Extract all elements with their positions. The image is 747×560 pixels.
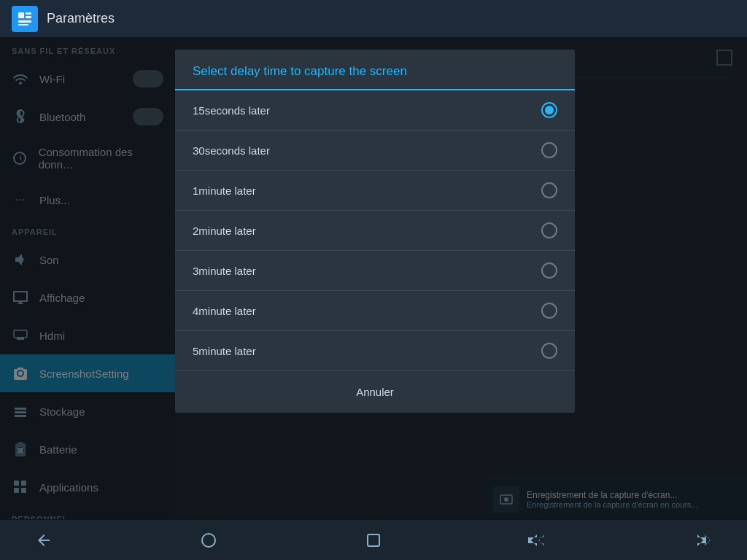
dialog-option-label-5m: 5minute later <box>193 345 541 357</box>
home-button[interactable] <box>194 526 223 555</box>
radio-2m[interactable] <box>541 222 557 238</box>
page-title: Paramètres <box>47 11 115 26</box>
back-button[interactable] <box>29 526 58 555</box>
svg-rect-0 <box>18 12 24 18</box>
radio-inner-15s <box>545 106 554 114</box>
vol-down-button[interactable] <box>524 526 553 555</box>
dialog-option-label-30s: 30seconds later <box>193 144 541 157</box>
radio-30s[interactable] <box>541 142 557 158</box>
vol-up-button[interactable] <box>689 526 718 555</box>
delay-dialog: Select delay time to capture the screen … <box>175 50 575 413</box>
svg-point-16 <box>202 534 215 547</box>
svg-rect-3 <box>18 20 31 23</box>
radio-5m[interactable] <box>541 343 557 359</box>
dialog-option-label-3m: 3minute later <box>193 265 541 277</box>
dialog-option-2m[interactable]: 2minute later <box>175 211 575 251</box>
dialog-option-label-1m: 1minute later <box>193 184 541 197</box>
dialog-title: Select delay time to capture the screen <box>175 50 575 90</box>
dialog-option-30s[interactable]: 30seconds later <box>175 131 575 171</box>
nav-bar <box>0 519 747 560</box>
svg-rect-4 <box>18 24 28 26</box>
svg-marker-18 <box>528 534 537 546</box>
svg-rect-2 <box>26 16 31 18</box>
dialog-option-5m[interactable]: 5minute later <box>175 331 575 370</box>
dialog-option-3m[interactable]: 3minute later <box>175 251 575 291</box>
radio-4m[interactable] <box>541 303 557 319</box>
dialog-option-label-15s: 15seconds later <box>193 104 541 117</box>
dialog-option-15s[interactable]: 15seconds later <box>175 90 575 131</box>
svg-marker-19 <box>538 534 544 546</box>
radio-1m[interactable] <box>541 182 557 198</box>
top-bar: Paramètres <box>0 0 747 38</box>
dialog-options: 15seconds later30seconds later1minute la… <box>175 90 575 370</box>
radio-3m[interactable] <box>541 262 557 279</box>
cancel-button[interactable]: Annuler <box>338 380 411 404</box>
recents-button[interactable] <box>359 526 388 555</box>
dialog-option-1m[interactable]: 1minute later <box>175 171 575 211</box>
svg-rect-17 <box>368 534 379 546</box>
radio-15s[interactable] <box>541 102 557 118</box>
svg-rect-1 <box>26 12 31 15</box>
dialog-option-4m[interactable]: 4minute later <box>175 291 575 331</box>
dialog-option-label-4m: 4minute later <box>193 305 541 317</box>
dialog-footer: Annuler <box>175 370 575 413</box>
app-icon <box>12 6 38 32</box>
dialog-option-label-2m: 2minute later <box>193 225 541 237</box>
